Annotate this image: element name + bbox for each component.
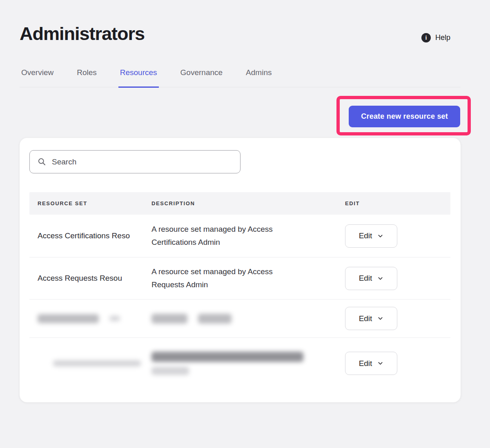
column-header-description: DESCRIPTION [151, 200, 345, 206]
create-resource-set-button[interactable]: Create new resource set [349, 106, 460, 127]
chevron-down-icon [377, 233, 383, 239]
tab-bar: Overview Roles Resources Governance Admi… [20, 68, 461, 87]
resource-set-name: Access Requests Resou [38, 274, 140, 283]
edit-button-label: Edit [359, 314, 372, 323]
action-row: Create new resource set [0, 96, 490, 135]
search-icon [38, 158, 46, 166]
search-box [29, 150, 241, 173]
table-row: Access Certifications Reso A resource se… [29, 215, 450, 257]
resource-sets-card: RESOURCE SET DESCRIPTION EDIT Access Cer… [20, 138, 461, 402]
tab-resources[interactable]: Resources [118, 68, 159, 88]
column-header-edit: EDIT [345, 200, 450, 206]
edit-button-label: Edit [359, 231, 372, 240]
resource-set-description-redacted [151, 352, 345, 375]
chevron-down-icon [377, 315, 383, 322]
tab-overview[interactable]: Overview [20, 68, 55, 88]
tab-roles[interactable]: Roles [75, 68, 98, 88]
edit-button-label: Edit [359, 274, 372, 283]
table-row: Access Requests Resou A resource set man… [29, 257, 450, 299]
top-bar: Administrators i Help [0, 0, 490, 45]
help-button[interactable]: i Help [421, 33, 450, 42]
edit-button[interactable]: Edit [345, 267, 397, 290]
page-title: Administrators [20, 23, 145, 45]
resource-set-description: A resource set managed by Access Certifi… [151, 223, 303, 249]
edit-button[interactable]: Edit [345, 352, 397, 375]
resource-set-name: Access Certifications Reso [38, 231, 140, 240]
resource-set-name-redacted [38, 360, 151, 366]
table-row: Edit [29, 299, 450, 338]
table-header: RESOURCE SET DESCRIPTION EDIT [29, 192, 450, 215]
info-icon: i [421, 33, 431, 42]
chevron-down-icon [377, 360, 383, 366]
edit-button[interactable]: Edit [345, 307, 397, 330]
administrators-page: Administrators i Help Overview Roles Res… [0, 0, 490, 448]
column-header-resource-set: RESOURCE SET [38, 200, 151, 206]
search-input[interactable] [51, 157, 234, 167]
highlight-annotation: Create new resource set [336, 96, 471, 135]
resource-set-description: A resource set managed by Access Request… [151, 265, 303, 291]
resource-set-name-redacted [38, 314, 151, 323]
resource-set-description-redacted [151, 314, 345, 324]
help-label: Help [435, 33, 450, 42]
chevron-down-icon [377, 275, 383, 282]
edit-button-label: Edit [359, 359, 372, 368]
tab-governance[interactable]: Governance [179, 68, 225, 88]
tab-admins[interactable]: Admins [244, 68, 273, 88]
edit-button[interactable]: Edit [345, 224, 397, 248]
table-row: Edit [29, 338, 450, 389]
